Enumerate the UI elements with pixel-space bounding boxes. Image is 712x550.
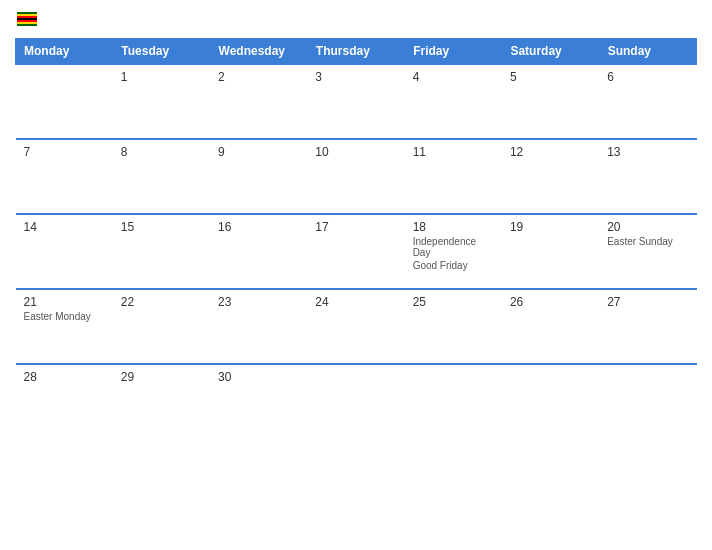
day-cell: 21Easter Monday [16, 289, 113, 364]
day-number: 3 [315, 70, 396, 84]
day-number: 9 [218, 145, 299, 159]
calendar-body: 123456789101112131415161718Independence … [16, 64, 697, 439]
day-cell: 15 [113, 214, 210, 289]
day-cell: 23 [210, 289, 307, 364]
day-number: 7 [24, 145, 105, 159]
calendar-table: MondayTuesdayWednesdayThursdayFridaySatu… [15, 38, 697, 439]
day-cell: 3 [307, 64, 404, 139]
weekday-header-tuesday: Tuesday [113, 39, 210, 65]
svg-rect-4 [17, 20, 37, 22]
day-cell: 2 [210, 64, 307, 139]
day-cell: 9 [210, 139, 307, 214]
day-cell: 17 [307, 214, 404, 289]
day-number: 29 [121, 370, 202, 384]
day-number: 10 [315, 145, 396, 159]
week-row-3: 1415161718Independence DayGood Friday192… [16, 214, 697, 289]
weekday-header-thursday: Thursday [307, 39, 404, 65]
svg-rect-6 [17, 24, 37, 26]
day-cell: 22 [113, 289, 210, 364]
day-cell: 1 [113, 64, 210, 139]
logo-flag-icon [17, 12, 37, 26]
day-number: 26 [510, 295, 591, 309]
day-cell [16, 64, 113, 139]
day-cell: 27 [599, 289, 696, 364]
day-number: 4 [413, 70, 494, 84]
weekday-header-sunday: Sunday [599, 39, 696, 65]
day-number: 21 [24, 295, 105, 309]
day-cell [307, 364, 404, 439]
week-row-5: 282930 [16, 364, 697, 439]
holiday-label: Good Friday [413, 260, 494, 271]
day-number: 28 [24, 370, 105, 384]
day-cell: 4 [405, 64, 502, 139]
weekday-header-row: MondayTuesdayWednesdayThursdayFridaySatu… [16, 39, 697, 65]
day-number: 16 [218, 220, 299, 234]
header [15, 10, 697, 28]
day-cell: 14 [16, 214, 113, 289]
week-row-1: 123456 [16, 64, 697, 139]
day-number: 6 [607, 70, 688, 84]
day-number: 18 [413, 220, 494, 234]
day-number: 11 [413, 145, 494, 159]
day-cell: 6 [599, 64, 696, 139]
day-number: 1 [121, 70, 202, 84]
week-row-2: 78910111213 [16, 139, 697, 214]
day-number: 15 [121, 220, 202, 234]
day-cell: 30 [210, 364, 307, 439]
weekday-header-monday: Monday [16, 39, 113, 65]
day-cell: 10 [307, 139, 404, 214]
day-number: 23 [218, 295, 299, 309]
day-cell: 29 [113, 364, 210, 439]
day-number: 20 [607, 220, 688, 234]
day-cell: 8 [113, 139, 210, 214]
day-cell [599, 364, 696, 439]
day-cell: 13 [599, 139, 696, 214]
day-number: 8 [121, 145, 202, 159]
calendar-page: MondayTuesdayWednesdayThursdayFridaySatu… [0, 0, 712, 550]
day-cell: 25 [405, 289, 502, 364]
day-cell [502, 364, 599, 439]
day-number: 17 [315, 220, 396, 234]
day-number: 22 [121, 295, 202, 309]
day-number: 25 [413, 295, 494, 309]
svg-rect-3 [17, 18, 37, 20]
day-cell: 20Easter Sunday [599, 214, 696, 289]
weekday-header-saturday: Saturday [502, 39, 599, 65]
day-number: 19 [510, 220, 591, 234]
day-number: 2 [218, 70, 299, 84]
svg-rect-0 [17, 12, 37, 14]
weekday-header-friday: Friday [405, 39, 502, 65]
day-number: 27 [607, 295, 688, 309]
day-number: 24 [315, 295, 396, 309]
day-cell [405, 364, 502, 439]
day-cell: 7 [16, 139, 113, 214]
day-number: 30 [218, 370, 299, 384]
day-cell: 28 [16, 364, 113, 439]
day-number: 12 [510, 145, 591, 159]
day-cell: 24 [307, 289, 404, 364]
day-cell: 19 [502, 214, 599, 289]
holiday-label: Easter Monday [24, 311, 105, 322]
svg-rect-5 [17, 22, 37, 24]
svg-rect-2 [17, 16, 37, 18]
day-number: 13 [607, 145, 688, 159]
day-cell: 12 [502, 139, 599, 214]
week-row-4: 21Easter Monday222324252627 [16, 289, 697, 364]
day-cell: 18Independence DayGood Friday [405, 214, 502, 289]
logo [15, 10, 37, 28]
day-cell: 5 [502, 64, 599, 139]
weekday-header-wednesday: Wednesday [210, 39, 307, 65]
day-cell: 11 [405, 139, 502, 214]
day-cell: 26 [502, 289, 599, 364]
day-cell: 16 [210, 214, 307, 289]
day-number: 14 [24, 220, 105, 234]
holiday-label: Independence Day [413, 236, 494, 258]
holiday-label: Easter Sunday [607, 236, 688, 247]
day-number: 5 [510, 70, 591, 84]
svg-rect-1 [17, 14, 37, 16]
